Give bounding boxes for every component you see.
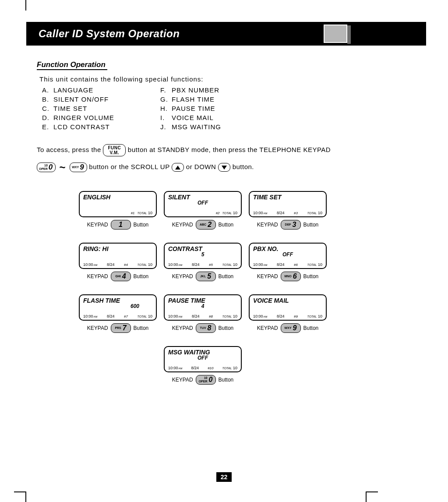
lcd-screen: CONTRAST 5 10:00AM 8/24 #5 TOTAL 10 (164, 243, 242, 269)
function-item: B.SILENT ON/OFF (42, 95, 160, 103)
keypad-button-2[interactable]: ABC2 (196, 220, 216, 230)
function-item: J.MSG WAITING (160, 123, 221, 131)
lcd-panel: FLASH TIME 600 10:00AM 8/24 #7 TOTAL 10 … (79, 294, 157, 333)
function-item: F.PBX NUMBER (160, 86, 221, 94)
page-number: 22 (0, 472, 448, 482)
lcd-screen: MSG WAITING OFF 10:00AM 8/24 #10 TOTAL 1… (164, 346, 242, 372)
lcd-screen: PBX NO. OFF 10:00AM 8/24 #6 TOTAL 10 (249, 243, 327, 269)
lcd-panel: SILENT OFF #2 TOTAL 10 KEYPAD ABC2 Butto… (164, 191, 242, 230)
access-instructions-2: 10OPER 0 ~ WXY 9 button or the SCROLL UP… (37, 161, 426, 173)
keypad-button-9[interactable]: WXY9 (281, 323, 301, 333)
function-item: I.VOICE MAIL (160, 114, 221, 121)
keypad-instruction: KEYPAD ABC2 Button (164, 220, 242, 230)
crop-mark (20, 0, 26, 11)
keypad-button-3[interactable]: DEF3 (281, 220, 301, 230)
keypad-button-0[interactable]: 10OPER0 (196, 375, 216, 385)
page-title-bar: Caller ID System Operation (26, 22, 426, 46)
access-instructions-1: To access, press the FUNC V.M. button at… (37, 144, 426, 156)
function-item: C.TIME SET (42, 105, 160, 112)
keypad-instruction: KEYPAD PRS7 Button (79, 323, 157, 333)
keypad-button-6[interactable]: MNO6 (281, 272, 301, 281)
tab-icon (324, 25, 347, 43)
function-item: A.LANGUAGE (42, 86, 160, 94)
keypad-instruction: KEYPAD GHI4 Button (79, 272, 157, 281)
lcd-panel: PAUSE TIME 4 10:00AM 8/24 #8 TOTAL 10 KE… (164, 294, 242, 333)
lcd-panel: PBX NO. OFF 10:00AM 8/24 #6 TOTAL 10 KEY… (249, 243, 327, 281)
triangle-down-icon (222, 166, 227, 170)
keypad-instruction: KEYPAD TUV8 Button (164, 323, 242, 333)
lcd-screen: TIME SET 10:00AM 8/24 #3 TOTAL 10 (249, 191, 327, 217)
keypad-instruction: KEYPAD DEF3 Button (249, 220, 327, 230)
crop-mark (14, 491, 26, 502)
keypad-instruction: KEYPAD 1 Button (79, 220, 157, 230)
keypad-instruction: KEYPAD 10OPER0 Button (164, 375, 242, 385)
lcd-panel: CONTRAST 5 10:00AM 8/24 #5 TOTAL 10 KEYP… (164, 243, 242, 281)
lcd-panel: ENGLISH #1 TOTAL 10 KEYPAD 1 Button (79, 191, 157, 230)
lcd-screen: SILENT OFF #2 TOTAL 10 (164, 191, 242, 217)
func-vm-button[interactable]: FUNC V.M. (103, 144, 126, 156)
keypad-0-button[interactable]: 10OPER 0 (37, 163, 56, 172)
keypad-button-1[interactable]: 1 (111, 220, 131, 230)
keypad-instruction: KEYPAD MNO6 Button (249, 272, 327, 281)
lcd-screen: RING: HI 10:00AM 8/24 #4 TOTAL 10 (79, 243, 157, 269)
keypad-button-5[interactable]: JKL5 (196, 272, 216, 281)
function-item: H.PAUSE TIME (160, 105, 221, 112)
lcd-panel: MSG WAITING OFF 10:00AM 8/24 #10 TOTAL 1… (164, 346, 242, 385)
lcd-screen: PAUSE TIME 4 10:00AM 8/24 #8 TOTAL 10 (164, 294, 242, 321)
keypad-9-button[interactable]: WXY 9 (70, 163, 87, 172)
keypad-instruction: KEYPAD JKL5 Button (164, 272, 242, 281)
function-item: E.LCD CONTRAST (42, 123, 160, 131)
scroll-down-button[interactable] (218, 163, 230, 172)
lcd-screen: FLASH TIME 600 10:00AM 8/24 #7 TOTAL 10 (79, 294, 157, 321)
tilde-icon: ~ (59, 161, 66, 173)
lcd-panel: RING: HI 10:00AM 8/24 #4 TOTAL 10 KEYPAD… (79, 243, 157, 281)
keypad-instruction: KEYPAD WXY9 Button (249, 323, 327, 333)
triangle-up-icon (175, 166, 180, 170)
crop-mark (366, 491, 378, 502)
keypad-button-8[interactable]: TUV8 (196, 323, 216, 333)
keypad-button-4[interactable]: GHI4 (111, 272, 131, 281)
function-item: D.RINGER VOLUME (42, 114, 160, 121)
lcd-panel: TIME SET 10:00AM 8/24 #3 TOTAL 10 KEYPAD… (249, 191, 327, 230)
scroll-up-button[interactable] (172, 163, 184, 172)
function-list: A.LANGUAGEB.SILENT ON/OFFC.TIME SETD.RIN… (42, 85, 426, 131)
page-title: Caller ID System Operation (39, 28, 180, 40)
lcd-screen: VOICE MAIL 10:00AM 8/24 #9 TOTAL 10 (249, 294, 327, 321)
section-title: Function Operation (37, 60, 107, 70)
intro-text: This unit contains the following special… (39, 75, 426, 83)
function-item: G.FLASH TIME (160, 95, 221, 103)
lcd-screen: ENGLISH #1 TOTAL 10 (79, 191, 157, 217)
lcd-panel: VOICE MAIL 10:00AM 8/24 #9 TOTAL 10 KEYP… (249, 294, 327, 333)
keypad-button-7[interactable]: PRS7 (111, 323, 131, 333)
